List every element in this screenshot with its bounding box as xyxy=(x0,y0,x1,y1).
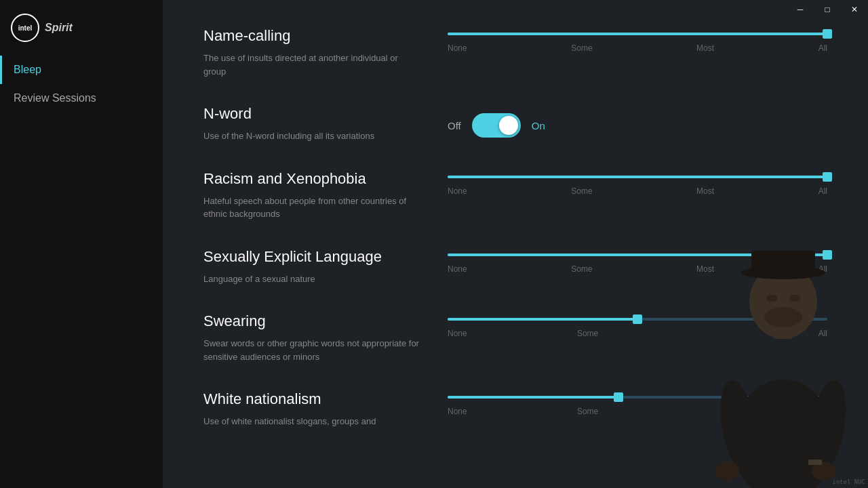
slider-label: All xyxy=(818,264,827,274)
setting-info-racism-xenophobia: Racism and XenophobiaHateful speech abou… xyxy=(203,170,420,221)
setting-row-swearing: SwearingSwear words or other graphic wor… xyxy=(203,312,827,363)
main-content: Name-callingThe use of insults directed … xyxy=(163,0,868,488)
slider-label: Some xyxy=(577,407,598,416)
slider-fill-sexually-explicit xyxy=(448,253,827,256)
slider-track-white-nationalism xyxy=(448,396,827,399)
slider-sexually-explicit[interactable]: NoneSomeMostAll xyxy=(448,253,827,274)
logo-area: intel Spirit xyxy=(0,7,163,56)
setting-control-racism-xenophobia: NoneSomeMostAll xyxy=(448,170,827,196)
setting-info-white-nationalism: White nationalismUse of white nationalis… xyxy=(203,390,420,428)
setting-row-racism-xenophobia: Racism and XenophobiaHateful speech abou… xyxy=(203,170,827,221)
slider-white-nationalism[interactable]: NoneSomeAll xyxy=(448,396,827,416)
setting-info-swearing: SwearingSwear words or other graphic wor… xyxy=(203,312,420,363)
slider-racism-xenophobia[interactable]: NoneSomeMostAll xyxy=(448,176,827,196)
setting-info-n-word: N-wordUse of the N-word including all it… xyxy=(203,105,420,143)
setting-title-swearing: Swearing xyxy=(203,312,420,330)
slider-thumb-racism-xenophobia[interactable] xyxy=(823,172,832,182)
slider-label: None xyxy=(448,407,467,416)
setting-control-sexually-explicit: NoneSomeMostAll xyxy=(448,248,827,274)
slider-label: None xyxy=(448,264,467,274)
slider-name-calling[interactable]: NoneSomeMostAll xyxy=(448,33,827,53)
slider-label: All xyxy=(818,407,827,416)
close-button[interactable]: ✕ xyxy=(841,0,868,19)
slider-label: Most xyxy=(696,43,714,53)
slider-labels-racism-xenophobia: NoneSomeMostAll xyxy=(448,186,827,196)
setting-desc-name-calling: The use of insults directed at another i… xyxy=(203,52,420,78)
slider-label: Some xyxy=(577,329,598,338)
setting-control-swearing: NoneSomeAll xyxy=(448,312,827,338)
setting-desc-swearing: Swear words or other graphic words not a… xyxy=(203,337,420,363)
setting-row-n-word: N-wordUse of the N-word including all it… xyxy=(203,105,827,143)
slider-track-swearing xyxy=(448,318,827,321)
setting-desc-white-nationalism: Use of white nationalist slogans, groups… xyxy=(203,415,420,428)
spirit-logo: Spirit xyxy=(45,22,73,34)
setting-control-white-nationalism: NoneSomeAll xyxy=(448,390,827,416)
slider-track-racism-xenophobia xyxy=(448,176,827,178)
slider-fill-swearing xyxy=(448,318,637,321)
slider-label: Some xyxy=(571,43,592,53)
slider-label: None xyxy=(448,43,467,53)
toggle-knob-n-word xyxy=(499,116,518,135)
slider-thumb-sexually-explicit[interactable] xyxy=(823,250,832,260)
slider-track-sexually-explicit xyxy=(448,253,827,256)
slider-fill-racism-xenophobia xyxy=(448,176,827,178)
slider-label: None xyxy=(448,329,467,338)
slider-labels-sexually-explicit: NoneSomeMostAll xyxy=(448,264,827,274)
restore-button[interactable]: □ xyxy=(814,0,841,19)
slider-fill-white-nationalism xyxy=(448,396,618,399)
slider-swearing[interactable]: NoneSomeAll xyxy=(448,318,827,338)
setting-control-n-word: OffOn xyxy=(448,105,827,138)
slider-track-name-calling xyxy=(448,33,827,35)
slider-label: Some xyxy=(571,264,592,274)
setting-title-n-word: N-word xyxy=(203,105,420,123)
setting-row-name-calling: Name-callingThe use of insults directed … xyxy=(203,27,827,78)
intel-logo: intel xyxy=(11,14,39,42)
minimize-button[interactable]: ─ xyxy=(787,0,814,19)
sidebar-item-review-sessions[interactable]: Review Sessions xyxy=(0,84,163,113)
slider-label: All xyxy=(818,329,827,338)
setting-info-name-calling: Name-callingThe use of insults directed … xyxy=(203,27,420,78)
slider-fill-name-calling xyxy=(448,33,827,35)
setting-desc-sexually-explicit: Language of a sexual nature xyxy=(203,272,420,286)
slider-labels-name-calling: NoneSomeMostAll xyxy=(448,43,827,53)
sidebar: intel Spirit Bleep Review Sessions xyxy=(0,0,163,488)
setting-title-white-nationalism: White nationalism xyxy=(203,390,420,408)
sidebar-nav: Bleep Review Sessions xyxy=(0,56,163,113)
slider-label: Most xyxy=(696,186,714,196)
slider-thumb-swearing[interactable] xyxy=(633,314,642,324)
intel-badge: intel NUC xyxy=(832,479,865,485)
slider-thumb-white-nationalism[interactable] xyxy=(614,392,623,402)
slider-labels-swearing: NoneSomeAll xyxy=(448,329,827,338)
window-controls: ─ □ ✕ xyxy=(787,0,868,19)
toggle-on-label: On xyxy=(532,120,545,131)
setting-desc-n-word: Use of the N-word including all its vari… xyxy=(203,129,420,143)
slider-thumb-name-calling[interactable] xyxy=(823,29,832,39)
setting-title-name-calling: Name-calling xyxy=(203,27,420,45)
slider-label: None xyxy=(448,186,467,196)
slider-label: Most xyxy=(696,264,714,274)
setting-control-name-calling: NoneSomeMostAll xyxy=(448,27,827,53)
setting-info-sexually-explicit: Sexually Explicit LanguageLanguage of a … xyxy=(203,248,420,286)
toggle-switch-n-word[interactable] xyxy=(472,113,521,138)
slider-label: All xyxy=(818,186,827,196)
setting-title-racism-xenophobia: Racism and Xenophobia xyxy=(203,170,420,188)
toggle-off-label: Off xyxy=(448,120,461,131)
setting-row-white-nationalism: White nationalismUse of white nationalis… xyxy=(203,390,827,428)
slider-labels-white-nationalism: NoneSomeAll xyxy=(448,407,827,416)
setting-row-sexually-explicit: Sexually Explicit LanguageLanguage of a … xyxy=(203,248,827,286)
toggle-n-word[interactable]: OffOn xyxy=(448,110,827,138)
slider-label: Some xyxy=(571,186,592,196)
setting-title-sexually-explicit: Sexually Explicit Language xyxy=(203,248,420,266)
setting-desc-racism-xenophobia: Hateful speech about people from other c… xyxy=(203,195,420,221)
slider-label: All xyxy=(818,43,827,53)
sidebar-item-bleep[interactable]: Bleep xyxy=(0,56,163,84)
